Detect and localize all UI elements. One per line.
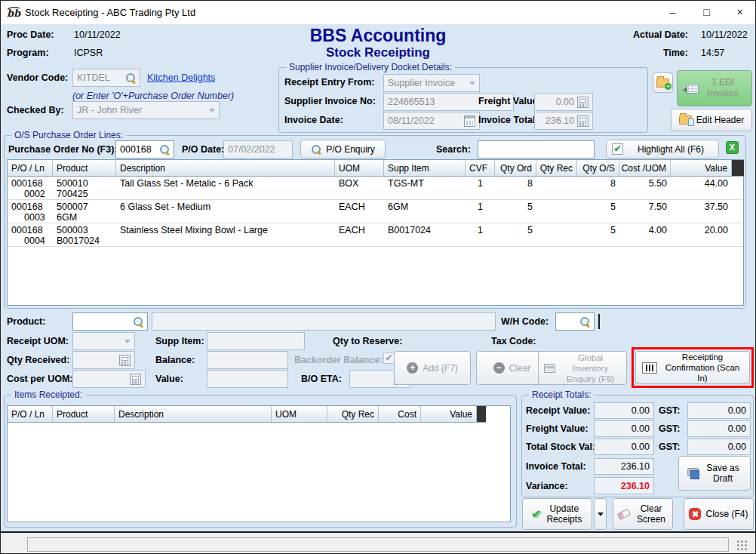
po-table-row[interactable]: 0001680002 500010700425 Tall Glass Set -… [8,177,743,200]
chevron-down-icon [209,109,215,112]
attach-document-button[interactable]: + [653,72,673,93]
cell-product2: 6GM [57,212,112,223]
stock-gst-field[interactable]: 0.00 [687,439,751,455]
chevron-down-icon [469,82,475,85]
calculator-icon[interactable] [577,97,589,108]
checked-by-select[interactable]: JR - John River [72,101,220,119]
update-receipts-button[interactable]: ✔ Update Receipts [522,498,592,530]
edi-invoice-button[interactable]: 1 EDI Invoice [677,70,752,106]
balance-field[interactable] [207,351,288,369]
save-as-draft-label: Save as Draft [704,463,742,484]
clear-button[interactable]: − Clear [476,351,548,385]
title-bar[interactable]: bb Stock Receipting - ABC Trading Pty Lt… [1,1,755,24]
supplier-invoice-no-label: Supplier Invoice No: [284,96,376,106]
global-inventory-enquiry-button[interactable]: Global Inventory Enquiry (F9) [538,351,627,385]
col-header: Qty Ord [495,160,536,177]
product-description-field[interactable] [152,312,496,331]
value-field[interactable] [207,370,288,388]
clear-screen-label: Clear Screen [635,503,668,525]
supp-item-input[interactable] [207,332,305,350]
clear-screen-button[interactable]: Clear Screen [613,498,673,530]
resize-grip[interactable] [736,539,748,551]
close-label: Close (F4) [705,509,748,519]
invoice-total-field[interactable]: 236.10 [534,112,593,130]
calculator-icon[interactable] [130,374,141,385]
total-stock-val-field[interactable]: 0.00 [594,439,654,455]
cell-cvf: 1 [466,200,495,223]
app-logo-icon: bb [6,5,21,20]
receipt-gst-field[interactable]: 0.00 [687,402,751,419]
wh-code-input[interactable] [555,312,595,331]
col-header: Description [116,160,335,177]
cell-cost-uom: 4.00 [619,223,671,246]
cost-per-uom-label: Cost per UOM: [7,374,73,384]
receipt-entry-from-select[interactable]: Supplier Invoice [383,74,480,92]
status-panel [27,537,729,552]
receipt-value: 0.00 [632,405,650,416]
highlight-all-label: Highlight All (F6) [628,144,714,155]
calculator-icon[interactable] [577,115,589,127]
cell-qty-os: 5 [577,223,619,246]
po-enquiry-label: P/O Enquiry [326,144,375,155]
cost-per-uom-input[interactable] [72,370,146,388]
invoice-total-sum-field[interactable]: 236.10 [594,458,654,475]
wh-code-search-icon[interactable] [579,316,590,327]
app-title: BBS Accounting [250,26,506,46]
calculator-icon[interactable] [119,355,131,366]
add-label: Add (F7) [423,363,458,374]
edit-header-button[interactable]: Edit Header [671,109,752,131]
add-button[interactable]: + Add (F7) [394,351,471,385]
stock-gst: 0.00 [728,442,746,452]
minimize-button[interactable]: – [656,1,690,23]
barcode-icon [642,362,657,374]
search-icon [311,144,321,155]
calendar-icon[interactable] [464,115,475,127]
save-as-draft-button[interactable]: Save as Draft [678,456,751,491]
checked-by-label: Checked By: [7,105,64,115]
freight-value-field[interactable]: 0.00 [534,93,593,111]
folder-add-icon: + [656,78,669,88]
cell-supp-item: B0017024 [384,223,466,246]
vendor-code-field[interactable]: KITDEL [72,69,140,87]
variance-field[interactable]: 236.10 [594,477,654,494]
vendor-name-link[interactable]: Kitchen Delights [147,72,215,83]
app-window: bb Stock Receipting - ABC Trading Pty Lt… [0,0,756,554]
invoice-total-label: Invoice Total: [478,115,539,125]
maximize-button[interactable]: □ [690,1,724,23]
receipt-value-field[interactable]: 0.00 [594,402,654,419]
po-table-row[interactable]: 0001680004 500003B0017024 Stainless Stee… [8,223,743,247]
vendor-search-icon[interactable] [125,72,136,83]
freight-total-field[interactable]: 0.00 [594,420,654,437]
backorder-balance-checkbox[interactable]: ✔ [383,352,395,364]
qty-received-input[interactable] [72,351,135,369]
minus-circle-icon: − [493,362,505,374]
close-button[interactable]: ✖ Close (F4) [684,498,754,530]
update-receipts-dropdown[interactable] [594,498,607,530]
inventory-box-icon [544,364,555,373]
po-date-label: P/O Date: [182,144,224,155]
close-window-button[interactable]: × [723,1,756,23]
edi-import-icon [687,84,699,94]
po-search-icon[interactable] [159,144,170,155]
freight-gst-field[interactable]: 0.00 [687,420,751,437]
po-number-field[interactable]: 000168 [115,140,174,159]
invoice-date-field[interactable]: 08/11/2022 [383,112,480,130]
time-value: 14:57 [701,48,724,58]
value-label: Value: [155,374,183,384]
export-excel-button[interactable]: X [726,141,739,154]
checkbox-checked-icon: ✔ [612,143,623,155]
product-label: Product: [7,316,45,327]
receipt-uom-select[interactable] [72,332,135,350]
invoice-total-sum-label: Invoice Total: [526,461,586,472]
highlight-all-button[interactable]: ✔ Highlight All (F6) [606,140,719,159]
po-number-value: 000168 [120,144,156,155]
po-date-field[interactable]: 07/02/2022 [223,140,293,159]
edit-header-label: Edit Header [696,115,744,125]
search-input[interactable] [478,140,595,159]
po-table-row[interactable]: 0001680003 5000076GM 6 Glass Set - Mediu… [8,200,743,223]
product-input[interactable] [72,312,148,331]
svg-text:bb: bb [7,8,21,19]
po-enquiry-button[interactable]: P/O Enquiry [300,140,386,159]
product-search-icon[interactable] [133,316,143,327]
receipting-confirmation-button[interactable]: Receipting Confirmation (Scan In) [635,351,750,384]
